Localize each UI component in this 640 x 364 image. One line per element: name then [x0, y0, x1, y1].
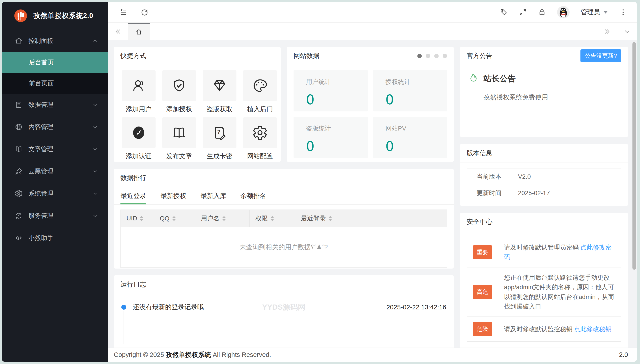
log-time: 2025-02-22 13:42:16 — [386, 304, 446, 311]
avatar[interactable] — [557, 6, 570, 18]
tag-icon[interactable] — [500, 8, 508, 16]
table-row: 当前主机的数据库用户名与密码相 — [467, 341, 621, 348]
column-permission[interactable]: 权限 — [250, 210, 295, 227]
footer-version: 2.0 — [619, 351, 628, 358]
shortcut-pirate-fetch[interactable]: 盗版获取 — [203, 70, 237, 114]
shortcut-publish-article[interactable]: 发布文章 — [162, 117, 196, 161]
site-data-card: 网站数据 用户统计 0 — [287, 46, 454, 162]
shortcut-site-config[interactable]: 网站配置 — [243, 117, 277, 161]
collapse-sidebar-icon[interactable] — [120, 8, 128, 16]
announcement-title: 官方公告 — [467, 52, 492, 60]
user-menu[interactable]: 管理员 — [581, 8, 608, 17]
footer: Copyright © 2025 孜然单授权系统 All Rights Rese… — [108, 348, 637, 362]
tab-balance-rank[interactable]: 余额排名 — [241, 187, 266, 204]
sidebar-item-service-mgmt[interactable]: 服务管理 — [2, 205, 108, 227]
chevron-down-icon — [92, 213, 98, 218]
sort-icon — [140, 216, 143, 221]
tab-latest-storage[interactable]: 最新入库 — [200, 187, 226, 204]
carousel-dot[interactable] — [434, 54, 439, 58]
runlog-card: 运行日志 还没有最新的登录记录哦 YYDS源码网 2025-02-22 13:4… — [114, 275, 454, 348]
kebab-menu-icon[interactable] — [619, 8, 627, 16]
stat-value: 0 — [385, 92, 447, 108]
globe-icon — [15, 123, 23, 131]
chevron-down-icon — [92, 169, 98, 174]
sidebar-item-backend-home[interactable]: 后台首页 — [2, 52, 108, 73]
status-badge: 重要 — [473, 245, 492, 259]
logo-mark-icon — [14, 9, 28, 23]
status-badge: 高危 — [473, 285, 492, 299]
column-qq[interactable]: QQ — [154, 210, 195, 227]
lock-icon[interactable] — [538, 8, 546, 16]
stat-users: 用户统计 0 — [294, 70, 368, 112]
sidebar-item-assistant[interactable]: 小然助手 — [2, 227, 108, 249]
user-add-icon — [122, 70, 155, 101]
refresh-icon[interactable] — [140, 8, 148, 16]
sidebar-item-content-mgmt[interactable]: 内容管理 — [2, 116, 108, 138]
shortcut-add-auth[interactable]: 添加授权 — [162, 70, 196, 114]
chevron-down-icon — [92, 191, 98, 196]
security-card: 安全中心 重要 请及时修改默认管理员密码 点此修改密码 高危 您正在使用后台默认… — [460, 213, 628, 348]
compass-icon — [122, 117, 155, 148]
update-time-value: 2025-02-17 — [511, 185, 621, 201]
status-badge: 危险 — [473, 322, 492, 336]
stat-value: 0 — [306, 138, 368, 154]
log-text: 还没有最新的登录记录哦 — [133, 303, 204, 312]
tab-latest-auth[interactable]: 最新授权 — [160, 187, 186, 204]
column-recent-login[interactable]: 最近登录 — [295, 210, 447, 227]
version-table: 当前版本 V2.0 更新时间 2025-02-17 — [467, 168, 621, 201]
shortcut-backdoor[interactable]: 植入后门 — [243, 70, 277, 114]
runlog-title: 运行日志 — [120, 280, 146, 289]
change-secret-link[interactable]: 点此修改秘钥 — [574, 326, 611, 332]
main-area: 管理员 — [108, 2, 637, 362]
flame-icon — [468, 73, 478, 83]
sidebar-menu: 控制面板 后台首页 前台页面 数据管理 — [2, 30, 108, 362]
logo: 孜然单授权系统2.0 — [2, 2, 108, 30]
table-row: 重要 请及时修改默认管理员密码 点此修改密码 — [467, 237, 621, 268]
copyright: Copyright © 2025 孜然单授权系统 All Rights Rese… — [114, 350, 271, 359]
chevron-down-icon — [92, 146, 98, 152]
column-username[interactable]: 用户名 — [195, 210, 250, 227]
stat-value: 0 — [385, 138, 447, 154]
sidebar-item-frontend-page[interactable]: 前台页面 — [2, 73, 108, 94]
tab-home[interactable] — [128, 23, 150, 40]
fullscreen-icon[interactable] — [519, 8, 527, 16]
tabs-scroll-left-button[interactable] — [108, 23, 128, 40]
shortcut-gen-cardkey[interactable]: ? 生成卡密 — [203, 117, 237, 161]
stat-pv: 网站PV 0 — [373, 117, 447, 158]
security-text: 您正在使用后台默认路径请您手动更改app/admin文件夹的名称，原因：他人可以… — [504, 274, 614, 310]
brush-icon: A — [15, 167, 23, 175]
sort-icon — [271, 216, 274, 221]
tab-recent-login[interactable]: 最近登录 — [120, 187, 146, 204]
column-uid[interactable]: UID — [121, 210, 154, 227]
log-entry: 还没有最新的登录记录哦 YYDS源码网 2025-02-22 13:42:16 — [121, 303, 446, 312]
security-title: 安全中心 — [467, 218, 492, 226]
shortcut-add-user[interactable]: 添加用户 — [122, 70, 155, 114]
ranking-card: 数据排行 最近登录 最新授权 最新入库 余额排名 UID QQ 用户名 权限 — [114, 169, 454, 268]
home-tab-icon — [135, 28, 142, 36]
stat-pirate: 盗版统计 0 — [294, 117, 368, 158]
sidebar-item-cloudblack-mgmt[interactable]: A 云黑管理 — [2, 160, 108, 182]
stat-auth: 授权统计 0 — [373, 70, 447, 112]
sidebar-item-control-panel[interactable]: 控制面板 — [2, 30, 108, 52]
sidebar-item-system-mgmt[interactable]: 系统管理 — [2, 182, 108, 205]
ranking-tabs: 最近登录 最新授权 最新入库 余额排名 — [114, 187, 454, 205]
carousel-dot[interactable] — [417, 54, 422, 58]
table-row: 更新时间 2025-02-17 — [467, 185, 621, 201]
tabs-more-button[interactable] — [617, 23, 637, 40]
carousel-dot[interactable] — [443, 54, 447, 58]
carousel-dots — [417, 54, 447, 58]
sidebar-item-article-mgmt[interactable]: 文章管理 — [2, 138, 108, 160]
svg-text:?: ? — [217, 129, 220, 135]
carousel-dot[interactable] — [426, 54, 430, 58]
sidebar-item-data-mgmt[interactable]: 数据管理 — [2, 94, 108, 116]
tabs-scroll-right-button[interactable] — [597, 23, 617, 40]
table-row: 高危 您正在使用后台默认路径请您手动更改app/admin文件夹的名称，原因：他… — [467, 267, 621, 317]
announcement-refresh-button[interactable]: 公告没更新? — [580, 49, 621, 62]
gear-icon — [15, 190, 23, 198]
update-time-label: 更新时间 — [467, 185, 511, 201]
home-icon — [15, 37, 23, 45]
version-card: 版本信息 当前版本 V2.0 更新时间 2025-02-17 — [460, 144, 628, 206]
shortcut-add-cert[interactable]: 添加认证 — [122, 117, 155, 161]
scrollbar-thumb[interactable] — [632, 42, 636, 270]
sort-icon — [222, 216, 226, 221]
